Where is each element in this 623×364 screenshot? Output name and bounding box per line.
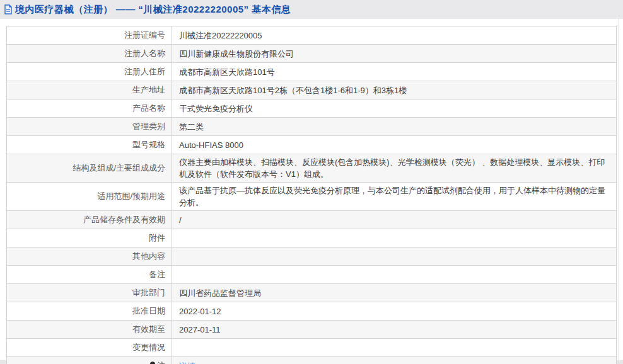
row-label: 适用范围/预期用途 [7,183,172,211]
row-label: 型号规格 [7,136,172,154]
row-label: 产品储存条件及有效期 [7,211,172,229]
row-label: 批准日期 [7,302,172,321]
row-label: 管理类别 [7,118,172,136]
row-value: 成都市高新区天欣路101号2栋（不包含1楼1-6和1-9）和3栋1楼 [172,81,617,100]
row-label: 注册人住所 [7,63,172,81]
row-label: 备注 [7,266,172,284]
note-bulb-icon [149,361,156,364]
row-value [172,229,617,247]
table-row: 生产地址成都市高新区天欣路101号2栋（不包含1楼1-6和1-9）和3栋1楼 [7,81,617,100]
row-value: Auto-HFIAS 8000 [172,136,617,154]
table-row: 结构及组成/主要组成成分仪器主要由加样模块、扫描模块、反应模块(包含加热模块)、… [7,154,617,183]
detail-link[interactable]: 详情 [179,361,195,364]
table-row: 注册人名称四川新健康成生物股份有限公司 [7,45,617,63]
table-row: 变更情况 [7,339,617,357]
table-row: 有效期至2027-01-11 [7,321,617,339]
row-value: 第二类 [172,118,617,136]
row-value [172,266,617,284]
row-value: 成都市高新区天欣路101号 [172,63,617,81]
table-row: 产品储存条件及有效期/ [7,211,617,229]
row-value: 四川省药品监督管理局 [172,284,617,302]
row-value: 2022-01-12 [172,302,617,321]
row-value [172,339,617,357]
document-icon [4,4,13,14]
table-row: 注册人住所成都市高新区天欣路101号 [7,63,617,81]
table-row: 其他内容 [7,247,617,266]
table-row: 适用范围/预期用途该产品基于抗原—抗体反应以及荧光免疫分析原理，与本公司生产的适… [7,183,617,211]
row-label: 附件 [7,229,172,247]
row-value: 干式荧光免疫分析仪 [172,100,617,118]
row-value: 该产品基于抗原—抗体反应以及荧光免疫分析原理，与本公司生产的适配试剂配合使用，用… [172,183,617,211]
row-value: 四川新健康成生物股份有限公司 [172,45,617,63]
table-row: 审批部门四川省药品监督管理局 [7,284,617,302]
row-label: 生产地址 [7,81,172,100]
row-label: 注 [7,357,172,364]
page-title: 境内医疗器械（注册） —— “川械注准20222220005” 基本信息 [15,4,291,16]
table-row: 注册证编号川械注准20222220005 [7,26,617,45]
row-label: 注册人名称 [7,45,172,63]
row-value: 仪器主要由加样模块、扫描模块、反应模块(包含加热模块)、光学检测模块（荧光） 、… [172,154,617,183]
row-value: / [172,211,617,229]
row-value: 2027-01-11 [172,321,617,339]
table-row: 注详情 [7,357,617,364]
table-row: 备注 [7,266,617,284]
table-row: 管理类别第二类 [7,118,617,136]
row-value: 川械注准20222220005 [172,26,617,45]
registration-info-table: 注册证编号川械注准20222220005注册人名称四川新健康成生物股份有限公司注… [6,26,617,364]
table-row: 附件 [7,229,617,247]
table-row: 批准日期2022-01-12 [7,302,617,321]
table-row: 产品名称干式荧光免疫分析仪 [7,100,617,118]
row-value [172,247,617,266]
row-label: 产品名称 [7,100,172,118]
row-label: 有效期至 [7,321,172,339]
row-label: 结构及组成/主要组成成分 [7,154,172,183]
row-label: 其他内容 [7,247,172,266]
table-row: 型号规格Auto-HFIAS 8000 [7,136,617,154]
page-header: 境内医疗器械（注册） —— “川械注准20222220005” 基本信息 [0,0,623,19]
page-right-divider [619,19,619,364]
row-label: 审批部门 [7,284,172,302]
row-label: 注册证编号 [7,26,172,45]
row-value: 详情 [172,357,617,364]
row-label: 变更情况 [7,339,172,357]
